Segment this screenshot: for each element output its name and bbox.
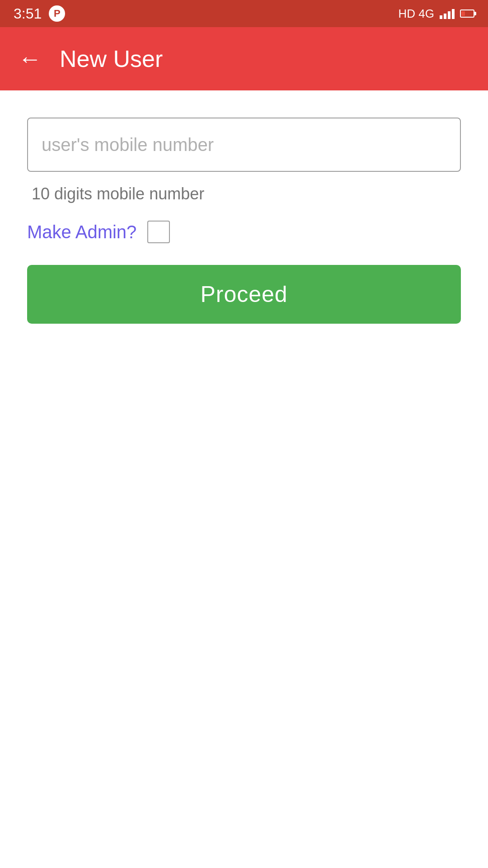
back-button[interactable]: ← [18, 47, 42, 71]
status-bar: 3:51 P HD 4G [0, 0, 488, 27]
status-bar-right: HD 4G [399, 7, 474, 21]
status-bar-left: 3:51 P [14, 5, 65, 22]
network-label: HD 4G [399, 7, 434, 21]
make-admin-checkbox[interactable] [147, 221, 170, 243]
battery-icon [460, 9, 474, 18]
form-content: 10 digits mobile number Make Admin? Proc… [0, 90, 488, 324]
page-title: New User [60, 45, 163, 72]
parking-icon: P [49, 5, 65, 22]
make-admin-row: Make Admin? [27, 221, 461, 243]
mobile-hint: 10 digits mobile number [32, 184, 461, 203]
signal-icon [440, 8, 455, 19]
proceed-button[interactable]: Proceed [27, 265, 461, 324]
mobile-number-input[interactable] [27, 118, 461, 172]
make-admin-label: Make Admin? [27, 222, 136, 242]
status-time: 3:51 [14, 5, 42, 22]
app-bar: ← New User [0, 27, 488, 90]
